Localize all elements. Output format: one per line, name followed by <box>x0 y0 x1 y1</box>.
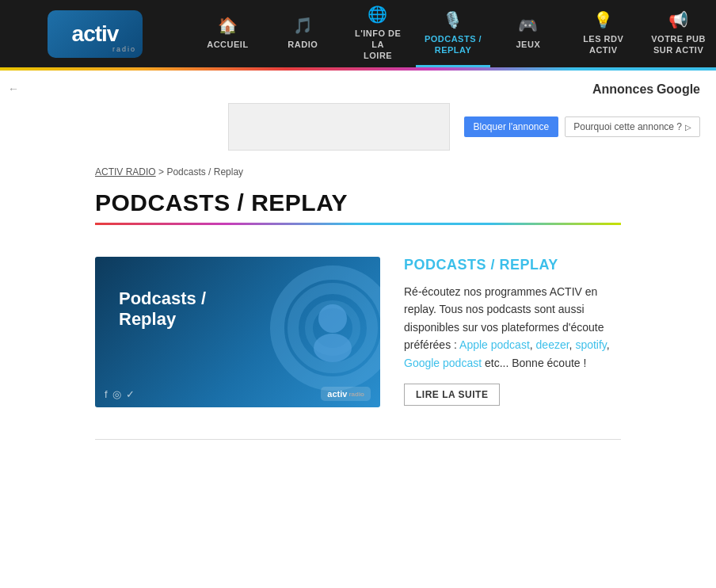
ad-buttons: Bloquer l'annonce Pourquoi cette annonce… <box>228 103 700 151</box>
article-description: Ré-écoutez nos programmes ACTIV en repla… <box>404 283 621 372</box>
nav-label-jeux: JEUX <box>516 39 540 50</box>
megaphone-icon: 📢 <box>668 10 689 30</box>
logo: activ radio <box>48 10 143 58</box>
why-ad-button[interactable]: Pourquoi cette annonce ? ▷ <box>565 116 700 137</box>
gamepad-icon: 🎮 <box>518 15 539 36</box>
nav-item-jeux[interactable]: 🎮 JEUX <box>490 0 566 67</box>
social-icons: f ◎ ✓ <box>105 388 135 400</box>
music-icon: 🎵 <box>293 15 314 36</box>
image-line1: Podcasts / <box>119 288 206 309</box>
main-nav: activ radio 🏠 ACCUEIL 🎵 RADIO 🌐 L'INFO D… <box>0 0 716 67</box>
nav-label-votre-pub: VOTRE PUBSUR ACTIV <box>651 33 706 56</box>
google-podcast-link[interactable]: Google podcast <box>404 357 482 369</box>
twitter-icon: ✓ <box>126 388 135 400</box>
nav-label-radio: RADIO <box>288 39 318 50</box>
ad-brand: Google <box>657 82 700 96</box>
nav-item-podcasts-replay[interactable]: 🎙️ PODCASTS /REPLAY <box>416 0 491 67</box>
image-text: Podcasts / Replay <box>95 257 206 330</box>
read-more-button[interactable]: LIRE LA SUITE <box>404 384 500 406</box>
lightbulb-icon: 💡 <box>593 10 614 30</box>
why-ad-label: Pourquoi cette annonce ? <box>573 121 682 132</box>
facebook-icon: f <box>105 388 108 400</box>
svg-point-3 <box>318 304 347 333</box>
nav-item-accueil[interactable]: 🏠 ACCUEIL <box>190 0 265 67</box>
nav-item-radio[interactable]: 🎵 RADIO <box>265 0 341 67</box>
ad-label-text: Annonces <box>592 82 653 96</box>
block-ad-button[interactable]: Bloquer l'annonce <box>464 116 559 137</box>
breadcrumb-current: Podcasts / Replay <box>166 166 243 178</box>
spotify-link[interactable]: spotify <box>575 338 606 351</box>
page-title-section: PODCASTS / REPLAY <box>0 185 716 225</box>
microphone-icon: 🎙️ <box>443 10 463 30</box>
nav-label-accueil: ACCUEIL <box>207 39 248 50</box>
nav-item-rdv-activ[interactable]: 💡 LES RDVACTIV <box>566 0 641 67</box>
image-footer: f ◎ ✓ activ radio <box>95 380 380 407</box>
image-logo-text: activ <box>327 389 347 399</box>
nav-items: 🏠 ACCUEIL 🎵 RADIO 🌐 L'INFO DE LALOIRE 🎙️… <box>190 0 716 67</box>
apple-podcast-link[interactable]: Apple podcast <box>459 338 530 351</box>
play-icon: ▷ <box>685 123 691 132</box>
nav-label-podcasts-replay: PODCASTS /REPLAY <box>425 33 482 56</box>
content-area: Podcasts / Replay f ◎ ✓ activ radio PODC <box>0 241 716 423</box>
nav-label-rdv-activ: LES RDVACTIV <box>583 33 623 56</box>
logo-area[interactable]: activ radio <box>0 0 190 67</box>
globe-icon: 🌐 <box>368 4 388 25</box>
ad-area: ← Annonces Google Bloquer l'annonce Pour… <box>0 71 716 158</box>
nav-item-info-loire[interactable]: 🌐 L'INFO DE LALOIRE <box>341 0 416 67</box>
circle-graphic <box>269 265 380 391</box>
logo-text-act: activ <box>72 21 119 46</box>
home-icon: 🏠 <box>218 15 238 36</box>
bottom-rule <box>95 439 621 440</box>
breadcrumb: ACTIV RADIO > Podcasts / Replay <box>0 158 716 185</box>
svg-point-4 <box>314 334 352 362</box>
back-arrow-icon[interactable]: ← <box>8 82 19 95</box>
breadcrumb-home-link[interactable]: ACTIV RADIO <box>95 166 156 178</box>
deezer-link[interactable]: deezer <box>536 338 569 351</box>
image-line2: Replay <box>119 309 206 330</box>
image-logo: activ radio <box>321 387 371 401</box>
article-text: PODCASTS / REPLAY Ré-écoutez nos program… <box>404 257 621 406</box>
article-image: Podcasts / Replay f ◎ ✓ activ radio <box>95 257 380 407</box>
logo-radio: radio <box>112 45 136 53</box>
breadcrumb-separator: > <box>158 166 166 178</box>
nav-label-info-loire: L'INFO DE LALOIRE <box>348 28 408 62</box>
ad-label: Annonces Google <box>592 82 700 97</box>
nav-item-votre-pub[interactable]: 📢 VOTRE PUBSUR ACTIV <box>641 0 716 67</box>
page-title: PODCASTS / REPLAY <box>95 189 621 223</box>
ad-placeholder <box>228 103 450 151</box>
title-underline <box>95 223 621 225</box>
article-title: PODCASTS / REPLAY <box>404 257 621 273</box>
instagram-icon: ◎ <box>112 388 121 400</box>
image-logo-radio: radio <box>348 391 364 398</box>
